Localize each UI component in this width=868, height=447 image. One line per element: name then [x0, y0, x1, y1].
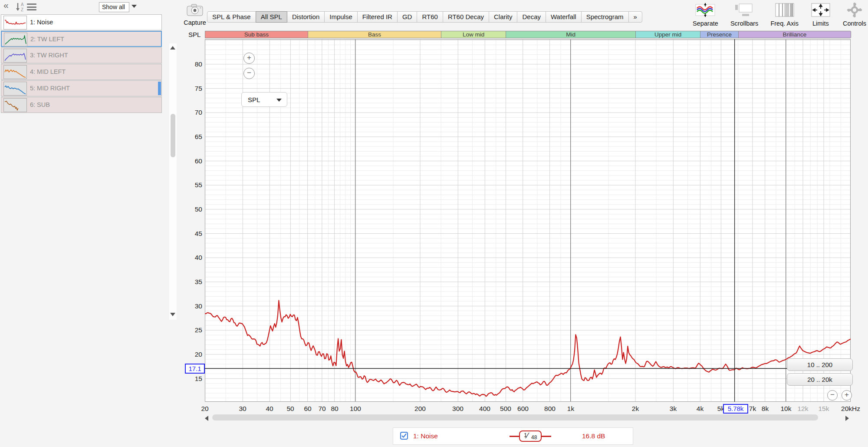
measurement-label: 6: SUB	[30, 97, 50, 113]
sidebar-scrollbar[interactable]	[169, 43, 177, 320]
capture-button[interactable]: Capture	[184, 3, 206, 27]
tool-controls[interactable]: Controls	[843, 3, 866, 27]
x-tick-400: 400	[479, 405, 490, 413]
tool-separate[interactable]: Separate	[693, 3, 718, 27]
trace-name[interactable]: 1: Noise	[413, 428, 438, 444]
tool-label: Controls	[843, 20, 866, 27]
scroll-down-icon[interactable]	[170, 313, 175, 316]
y-tick-25: 25	[185, 326, 202, 334]
x-tick-50: 50	[286, 405, 294, 413]
measurement-item-5[interactable]: 5: MID RIGHT	[1, 80, 162, 96]
measurement-label: 2: TW LEFT	[30, 32, 64, 47]
plot-canvas[interactable]	[205, 39, 851, 402]
measurement-item-4[interactable]: 4: MID LEFT	[1, 64, 162, 80]
x-tick-3k: 3k	[670, 405, 677, 413]
chevron-down-icon	[276, 99, 282, 102]
measurement-item-3[interactable]: 3: TW RIGHT	[1, 47, 162, 63]
tool-freq-axis[interactable]: Freq. Axis	[770, 3, 798, 27]
x-tick-60: 60	[304, 405, 311, 413]
x-tick-500: 500	[500, 405, 511, 413]
h-scrollbar-thumb[interactable]	[212, 414, 818, 421]
x-tick-7k: 7k	[749, 405, 756, 413]
x-tick-200: 200	[414, 405, 426, 413]
band-mid: Mid	[506, 31, 636, 38]
separate-icon	[695, 3, 715, 17]
tab-decay[interactable]: Decay	[517, 11, 546, 23]
tab--[interactable]: »	[628, 11, 642, 23]
tool-buttons: SeparateScrollbarsFreq. AxisLimitsContro…	[693, 3, 866, 27]
measurement-item-6[interactable]: 6: SUB	[1, 97, 162, 113]
tab-clarity[interactable]: Clarity	[489, 11, 518, 23]
show-all-dropdown[interactable]: Show all	[99, 2, 129, 12]
tab-rt60[interactable]: RT60	[417, 11, 443, 23]
cursor-db-value: 16.8 dB	[582, 428, 605, 444]
measurement-thumbnail	[3, 16, 27, 30]
capture-label: Capture	[184, 19, 206, 26]
x-tick-10k: 10k	[781, 405, 792, 413]
x-tick-20khz: 20kHz	[841, 405, 860, 413]
x-tick-40: 40	[266, 405, 273, 413]
scrollbar-thumb[interactable]	[171, 114, 175, 157]
plot-area[interactable]	[205, 39, 851, 402]
chevron-down-icon[interactable]	[132, 5, 137, 8]
tab-gd[interactable]: GD	[397, 11, 418, 23]
menu-icon[interactable]	[27, 3, 36, 12]
y-zoom-out-button[interactable]: −	[243, 68, 255, 79]
measurement-thumbnail	[3, 82, 27, 96]
y-tick-80: 80	[185, 60, 202, 68]
y-tick-35: 35	[185, 278, 202, 286]
x-tick-2k: 2k	[632, 405, 639, 413]
tab-all-spl[interactable]: All SPL	[256, 11, 287, 23]
frequency-band-bar: Sub bassBassLow midMidUpper midPresenceB…	[205, 31, 851, 38]
x-tick-4k: 4k	[697, 405, 704, 413]
range-preset-20-20k[interactable]: 20 .. 20k	[787, 373, 853, 386]
x-tick-1k: 1k	[567, 405, 574, 413]
smoothing-line-left	[510, 436, 519, 437]
y-tick-15: 15	[185, 375, 202, 383]
tool-limits[interactable]: Limits	[811, 3, 831, 27]
tool-label: Separate	[693, 20, 718, 27]
x-tick-70: 70	[318, 405, 326, 413]
scrollbars-icon	[734, 3, 754, 17]
scroll-right-icon[interactable]	[845, 416, 849, 421]
x-tick-20: 20	[201, 405, 208, 413]
tool-scrollbars[interactable]: Scrollbars	[730, 3, 758, 27]
tool-label: Limits	[811, 20, 831, 27]
smoothing-badge[interactable]: 1⁄48	[510, 430, 551, 442]
cursor-spl-readout[interactable]: 17.1	[185, 364, 205, 374]
tab-waterfall[interactable]: Waterfall	[546, 11, 582, 23]
cursor-frequency-readout[interactable]: 5.78k	[723, 404, 748, 414]
collapse-sidebar-icon[interactable]: «	[3, 0, 9, 10]
band-brilliance: Brilliance	[739, 31, 851, 38]
tab-spectrogram[interactable]: Spectrogram	[581, 11, 629, 23]
y-tick-45: 45	[185, 230, 202, 238]
x-tick-30: 30	[239, 405, 246, 413]
x-tick-100: 100	[350, 405, 361, 413]
measurement-item-2[interactable]: 2: TW LEFT	[1, 31, 162, 47]
y-zoom-in-button[interactable]: +	[243, 53, 255, 64]
y-tick-70: 70	[185, 109, 202, 116]
y-tick-40: 40	[185, 254, 202, 262]
x-tick-600: 600	[517, 405, 529, 413]
x-tick-800: 800	[544, 405, 556, 413]
tab-distortion[interactable]: Distortion	[287, 11, 325, 23]
y-tick-75: 75	[185, 85, 202, 93]
range-preset-10-200[interactable]: 10 .. 200	[787, 358, 853, 371]
x-zoom-out-button[interactable]: −	[827, 390, 838, 401]
tab-rt60-decay[interactable]: RT60 Decay	[443, 11, 489, 23]
measurement-item-1[interactable]: 1: Noise	[1, 14, 162, 30]
x-zoom-in-button[interactable]: +	[842, 390, 852, 401]
measurement-thumbnail	[3, 65, 27, 79]
tab-spl-phase[interactable]: SPL & Phase	[207, 11, 256, 23]
scroll-left-icon[interactable]	[205, 416, 208, 421]
tab-impulse[interactable]: Impulse	[324, 11, 358, 23]
sort-az-icon[interactable]: A Z	[15, 2, 25, 14]
tab-filtered-ir[interactable]: Filtered IR	[357, 11, 398, 23]
y-tick-50: 50	[185, 205, 202, 213]
scroll-up-icon[interactable]	[170, 46, 175, 50]
y-axis-selector[interactable]: SPL	[241, 92, 287, 107]
x-tick-15k: 15k	[819, 405, 829, 413]
x-tick-300: 300	[452, 405, 464, 413]
trace-checkbox[interactable]	[400, 432, 408, 440]
band-axis-label: SPL	[188, 31, 203, 38]
